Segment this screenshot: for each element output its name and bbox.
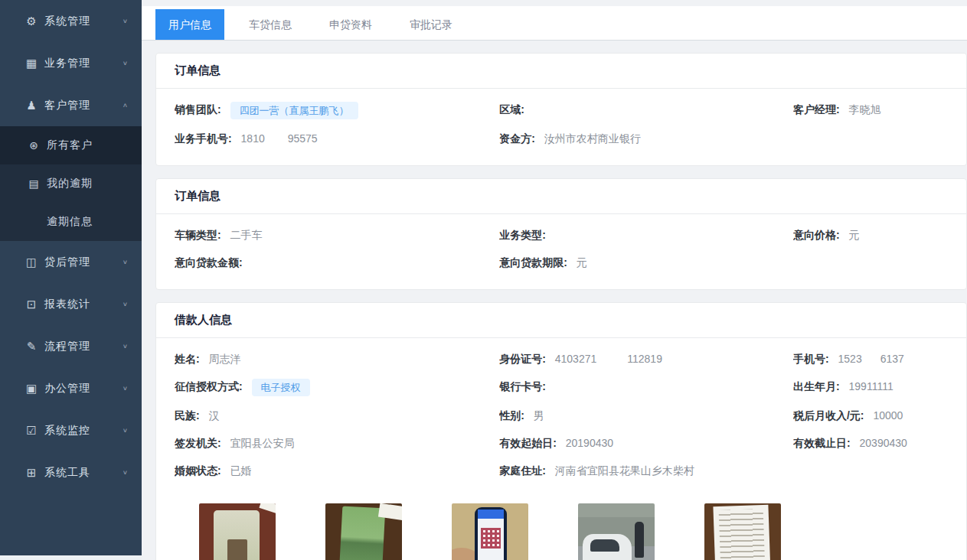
menu-item-label: 业务管理 <box>44 57 123 70</box>
field-label: 税后月收入/元: <box>793 409 864 422</box>
submenu-icon: ▤ <box>28 177 40 190</box>
credit-auth-tag[interactable]: 电子授权 <box>252 379 310 396</box>
card-body: 姓名: 周志洋 身份证号: 4103271112819 手机号: 1523613… <box>156 338 966 497</box>
sidebar-submenu: ⊛ 所有客户 ▤ 我的逾期 逾期信息 <box>0 126 142 241</box>
sidebar-bottom-group: ◫ 贷后管理 ∨ ⊡ 报表统计 ∨ ✎ 流程管理 ∨ ▣ 办公管理 ∨ <box>0 241 142 493</box>
sidebar-menu-item[interactable]: ▦ 业务管理 ∨ <box>0 42 142 84</box>
field-credit-auth: 征信授权方式: 电子授权 <box>175 378 499 396</box>
sidebar-menu-item[interactable]: ⊞ 系统工具 ∨ <box>0 451 142 493</box>
chevron-icon: ∨ <box>123 385 128 392</box>
field-value: 15236137 <box>838 353 904 365</box>
chevron-icon: ∨ <box>123 259 128 265</box>
sidebar-menu-item[interactable]: ◫ 贷后管理 ∨ <box>0 241 142 283</box>
scroll-area[interactable]: 订单信息 销售团队: 四团一营（直属王鹏飞） 区域: 客户经理: 李晓旭 业务手… <box>142 41 967 560</box>
card-header: 订单信息 <box>156 54 966 89</box>
menu-icon: ⊞ <box>25 466 38 480</box>
field-issuing-authority: 签发机关: 宜阳县公安局 <box>175 435 499 451</box>
menu-item-label: 系统管理 <box>44 15 123 28</box>
card-title: 订单信息 <box>175 189 221 202</box>
id-prefix: 4103271 <box>555 353 597 365</box>
field-birth: 出生年月: 19911111 <box>793 378 948 396</box>
field-sales-team: 销售团队: 四团一营（直属王鹏飞） <box>175 101 499 119</box>
menu-item-label: 系统监控 <box>44 424 123 438</box>
tab[interactable]: 申贷资料 <box>316 9 385 40</box>
sales-team-tag[interactable]: 四团一营（直属王鹏飞） <box>230 102 358 119</box>
id-suffix: 112819 <box>627 353 662 365</box>
menu-icon: ⚙ <box>25 15 38 28</box>
mobile-suffix: 6137 <box>880 353 904 365</box>
field-label: 婚姻状态: <box>175 464 221 477</box>
field-label: 意向贷款金额: <box>175 256 243 269</box>
field-label: 性别: <box>499 409 524 422</box>
order-info-card-1: 订单信息 销售团队: 四团一营（直属王鹏飞） 区域: 客户经理: 李晓旭 业务手… <box>155 53 967 166</box>
field-value: 汝州市农村商业银行 <box>544 132 641 145</box>
tab[interactable]: 用户信息 <box>155 9 224 40</box>
field-value: 元 <box>849 229 860 241</box>
photo-thumbnail[interactable] <box>199 503 276 560</box>
chevron-icon: ∨ <box>123 343 128 350</box>
chevron-icon: ∨ <box>123 427 128 434</box>
field-label: 签发机关: <box>175 437 221 449</box>
field-label: 姓名: <box>175 353 200 365</box>
photo-thumbnail[interactable] <box>704 503 781 560</box>
sidebar-submenu-item[interactable]: ⊛ 所有客户 <box>0 126 142 164</box>
field-name: 姓名: 周志洋 <box>175 350 499 367</box>
field-intended-loan-amount: 意向贷款金额: <box>175 254 499 271</box>
field-label: 区域: <box>499 103 524 116</box>
sidebar-menu-item[interactable]: ☑ 系统监控 ∨ <box>0 409 142 451</box>
field-value: 19911111 <box>849 380 893 392</box>
sidebar-menu-item[interactable]: ✎ 流程管理 ∨ <box>0 325 142 367</box>
sidebar-menu-item[interactable]: ▣ 办公管理 ∨ <box>0 367 142 409</box>
chevron-icon: ∧ <box>123 102 128 109</box>
photo-thumbnail[interactable] <box>578 503 655 560</box>
photo-driver-license[interactable]: 驾驶证副页 <box>325 503 402 560</box>
photo-id-card-portrait[interactable]: 人像面 <box>199 503 276 560</box>
card-body: 销售团队: 四团一营（直属王鹏飞） 区域: 客户经理: 李晓旭 业务手机号: 1… <box>156 89 966 165</box>
menu-item-label: 客户管理 <box>44 99 123 112</box>
photo-thumbnail[interactable] <box>325 503 402 560</box>
field-label: 银行卡号: <box>499 380 546 392</box>
sidebar-submenu-item[interactable]: ▤ 我的逾期 <box>0 164 142 203</box>
field-label: 有效起始日: <box>499 437 557 449</box>
menu-item-label: 贷后管理 <box>44 256 123 269</box>
field-label: 资金方: <box>499 132 535 145</box>
photo-owner-with-car[interactable]: 合影 <box>578 503 655 560</box>
field-mobile: 手机号: 15236137 <box>793 350 948 367</box>
field-vehicle-type: 车辆类型: 二手车 <box>175 226 499 243</box>
chevron-icon: ∨ <box>123 18 128 24</box>
field-value: 宜阳县公安局 <box>230 437 295 449</box>
field-intended-loan-term: 意向贷款期限: 元 <box>499 254 793 271</box>
field-label: 征信授权方式: <box>175 380 243 392</box>
card-header: 订单信息 <box>156 179 966 214</box>
main-content: 用户信息 车贷信息 申贷资料 审批记录 订单信息 销售团队: 四团一营（直属王鹏… <box>142 0 967 560</box>
field-account-manager: 客户经理: 李晓旭 <box>793 101 948 119</box>
menu-icon: ⊡ <box>25 298 38 311</box>
sidebar-submenu-item[interactable]: 逾期信息 <box>0 203 142 241</box>
field-bank-card: 银行卡号: <box>499 378 793 396</box>
field-label: 手机号: <box>793 353 829 365</box>
phone-suffix: 95575 <box>288 132 318 145</box>
field-business-type: 业务类型: <box>499 226 793 243</box>
tab[interactable]: 审批记录 <box>397 9 466 40</box>
sidebar-menu-item[interactable]: ⊡ 报表统计 ∨ <box>0 283 142 325</box>
field-label: 意向价格: <box>793 229 840 241</box>
tab[interactable]: 车贷信息 <box>236 9 305 40</box>
field-label: 身份证号: <box>499 353 546 365</box>
chevron-icon: ∨ <box>123 301 128 308</box>
sidebar: ⚙ 系统管理 ∨ ▦ 业务管理 ∨ ♟ 客户管理 ∧ ⊛ 所有客户 <box>0 0 142 560</box>
field-label: 业务手机号: <box>175 132 232 145</box>
card-title: 借款人信息 <box>175 313 232 326</box>
mobile-prefix: 1523 <box>838 353 862 365</box>
photo-thumbnail[interactable] <box>452 503 528 560</box>
field-value: 汉 <box>209 409 220 422</box>
redaction-box <box>862 355 880 363</box>
photo-auth-qr-code[interactable]: 授权码 <box>452 503 528 560</box>
submenu-item-label: 所有客户 <box>47 138 128 152</box>
field-spacer <box>793 462 948 479</box>
field-intended-price: 意向价格: 元 <box>793 226 948 243</box>
photo-other-document[interactable]: 其他材料 <box>704 503 781 560</box>
chevron-icon: ∨ <box>123 469 128 476</box>
sidebar-menu-item[interactable]: ♟ 客户管理 ∧ <box>0 84 142 126</box>
field-label: 有效截止日: <box>793 437 851 449</box>
sidebar-menu-item[interactable]: ⚙ 系统管理 ∨ <box>0 0 142 42</box>
